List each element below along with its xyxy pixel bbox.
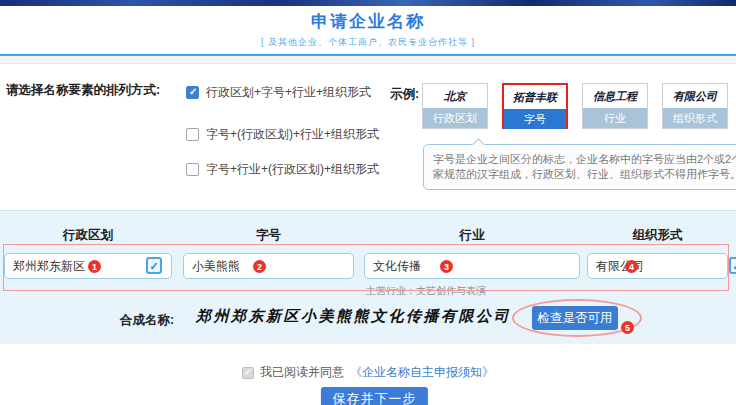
checkbox-checked-icon[interactable] bbox=[186, 86, 199, 99]
page-subtitle: [ 及其他企业、个体工商户、农民专业合作社等 ] bbox=[0, 36, 736, 49]
checkbox-unchecked-icon[interactable] bbox=[186, 128, 199, 141]
tradename-input[interactable]: 小美熊熊 bbox=[183, 253, 354, 279]
example-box-region: 北京 行政区划 bbox=[422, 83, 488, 129]
agreement-row: 我已阅读并同意 《企业名称自主申报须知》 bbox=[0, 364, 736, 381]
industry-input[interactable]: 文化传播 bbox=[364, 253, 580, 279]
column-header-orgform: 组织形式 bbox=[587, 227, 728, 244]
arrangement-section: 请选择名称要素的排列方式: 行政区划+字号+行业+组织形式 字号+(行政区划)+… bbox=[0, 64, 736, 210]
example-box-tradename-highlighted: 拓普丰联 字号 bbox=[502, 83, 568, 129]
arrangement-option-label: 字号+行业+(行政区划)+组织形式 bbox=[206, 161, 379, 178]
example-industry-category: 行业 bbox=[583, 108, 647, 128]
tooltip-text-line2: 家规范的汉字组成，行政区划、行业、组织形式不得用作字号。 bbox=[433, 167, 736, 182]
arrangement-option-3[interactable]: 字号+行业+(行政区划)+组织形式 bbox=[186, 161, 379, 178]
example-label: 示例: bbox=[390, 86, 419, 103]
example-box-industry: 信息工程 行业 bbox=[582, 83, 648, 129]
arrangement-option-1[interactable]: 行政区划+字号+行业+组织形式 bbox=[186, 84, 371, 101]
check-availability-button[interactable]: 检查是否可用 bbox=[532, 306, 618, 330]
tradename-tooltip: 字号是企业之间区分的标志，企业名称中的字号应当由2个或2个以上符合国 家规范的汉… bbox=[423, 144, 736, 190]
main-industry-note: 主营行业：文艺创作与表演 bbox=[366, 284, 486, 298]
header-gray-band bbox=[0, 56, 736, 64]
arrangement-option-label: 字号+(行政区划)+行业+组织形式 bbox=[206, 126, 379, 143]
example-orgform-category: 组织形式 bbox=[663, 108, 727, 128]
agreement-text: 我已阅读并同意 bbox=[260, 364, 344, 381]
region-picker-icon[interactable]: ✓ bbox=[146, 257, 162, 274]
example-region-category: 行政区划 bbox=[423, 108, 487, 128]
step-badge-5: 5 bbox=[621, 321, 634, 334]
arrangement-option-2[interactable]: 字号+(行政区划)+行业+组织形式 bbox=[186, 126, 379, 143]
example-region-name: 北京 bbox=[423, 84, 487, 108]
composed-name-value: 郑州郑东新区小美熊熊文化传播有限公司 bbox=[196, 307, 511, 326]
column-header-industry: 行业 bbox=[364, 227, 580, 244]
step-badge-1: 1 bbox=[88, 260, 101, 273]
column-header-tradename: 字号 bbox=[183, 227, 354, 244]
composed-name-label: 合成名称: bbox=[120, 312, 174, 329]
step-badge-3: 3 bbox=[440, 260, 453, 273]
example-tradename-category: 字号 bbox=[504, 109, 566, 129]
footer-section: 我已阅读并同意 《企业名称自主申报须知》 保存并下一步 bbox=[0, 344, 736, 405]
checkbox-unchecked-icon[interactable] bbox=[186, 163, 199, 176]
example-orgform-name: 有限公司 bbox=[663, 84, 727, 108]
save-next-button[interactable]: 保存并下一步 bbox=[321, 387, 428, 405]
arrangement-option-label: 行政区划+字号+行业+组织形式 bbox=[206, 84, 371, 101]
agreement-checkbox-checked-icon[interactable] bbox=[242, 367, 254, 379]
tooltip-text-line1: 字号是企业之间区分的标志，企业名称中的字号应当由2个或2个以上符合国 bbox=[433, 152, 736, 167]
page-title: 申请企业名称 bbox=[0, 10, 736, 33]
page-header: 申请企业名称 [ 及其他企业、个体工商户、农民专业合作社等 ] bbox=[0, 6, 736, 49]
arrangement-label: 请选择名称要素的排列方式: bbox=[6, 82, 160, 99]
example-industry-name: 信息工程 bbox=[583, 84, 647, 108]
agreement-notice-link[interactable]: 《企业名称自主申报须知》 bbox=[350, 364, 494, 381]
column-header-region: 行政区划 bbox=[0, 227, 176, 244]
step-badge-4: 4 bbox=[625, 260, 638, 273]
name-composition-section: 行政区划 字号 行业 组织形式 郑州郑东新区 小美熊熊 文化传播 有限公司 1 … bbox=[0, 210, 736, 344]
orgform-input[interactable]: 有限公司 bbox=[587, 253, 728, 279]
orgform-picker-icon[interactable]: ✓ bbox=[729, 257, 736, 274]
step-badge-2: 2 bbox=[253, 260, 266, 273]
example-box-orgform: 有限公司 组织形式 bbox=[662, 83, 728, 129]
example-tradename-name: 拓普丰联 bbox=[504, 85, 566, 109]
